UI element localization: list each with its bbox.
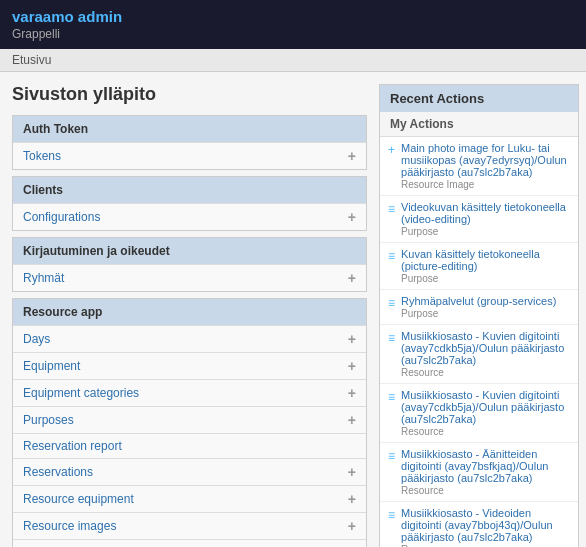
edit-action-icon: ≡ (388, 296, 395, 319)
action-item: ≡Ryhmäpalvelut (group-services)Purpose (380, 290, 578, 325)
sections-container: Auth TokenTokens+ClientsConfigurations+K… (12, 115, 367, 547)
section-header-auth-token: Auth Token (13, 116, 366, 142)
action-type: Purpose (401, 308, 556, 319)
add-icon[interactable]: + (348, 412, 356, 428)
action-item: +Main photo image for Luku- tai musiikop… (380, 137, 578, 196)
action-content: Musiikkiosasto - Kuvien digitointi (avay… (401, 330, 570, 378)
section-header-clients: Clients (13, 177, 366, 203)
list-item[interactable]: Ryhmät+ (13, 264, 366, 291)
action-link[interactable]: Musiikkiosasto - Äänitteiden digitointi … (401, 448, 570, 484)
action-link[interactable]: Musiikkiosasto - Kuvien digitointi (avay… (401, 330, 570, 366)
actions-container: +Main photo image for Luku- tai musiikop… (380, 137, 578, 547)
edit-action-icon: ≡ (388, 202, 395, 237)
action-type: Resource (401, 485, 570, 496)
add-icon[interactable]: + (348, 491, 356, 507)
action-item: ≡Musiikkiosasto - Kuvien digitointi (ava… (380, 325, 578, 384)
recent-actions-box: Recent Actions My Actions +Main photo im… (379, 84, 579, 547)
edit-action-icon: ≡ (388, 508, 395, 547)
header: varaamo admin Grappelli (0, 0, 586, 49)
action-link[interactable]: Kuvan käsittely tietokoneella (picture-e… (401, 248, 570, 272)
add-icon[interactable]: + (348, 270, 356, 286)
list-item[interactable]: Days+ (13, 325, 366, 352)
add-icon[interactable]: + (348, 464, 356, 480)
add-icon[interactable]: + (348, 331, 356, 347)
action-content: Musiikkiosasto - Videoiden digitointi (a… (401, 507, 570, 547)
item-label: Configurations (23, 210, 100, 224)
item-label: Equipment (23, 359, 80, 373)
action-link[interactable]: Musiikkiosasto - Kuvien digitointi (avay… (401, 389, 570, 425)
list-item[interactable]: Configurations+ (13, 203, 366, 230)
action-type: Purpose (401, 226, 570, 237)
action-link[interactable]: Ryhmäpalvelut (group-services) (401, 295, 556, 307)
item-label: Days (23, 332, 50, 346)
breadcrumb-link[interactable]: Etusivu (12, 53, 51, 67)
list-item[interactable]: Tokens+ (13, 142, 366, 169)
section-clients: ClientsConfigurations+ (12, 176, 367, 231)
action-item: ≡Musiikkiosasto - Äänitteiden digitointi… (380, 443, 578, 502)
item-label: Ryhmät (23, 271, 64, 285)
section-header-resource-app: Resource app (13, 299, 366, 325)
action-content: Kuvan käsittely tietokoneella (picture-e… (401, 248, 570, 284)
item-label: Reservations (23, 465, 93, 479)
list-item[interactable]: Resource types+ (13, 539, 366, 547)
action-content: Ryhmäpalvelut (group-services)Purpose (401, 295, 556, 319)
action-content: Musiikkiosasto - Äänitteiden digitointi … (401, 448, 570, 496)
action-link[interactable]: Musiikkiosasto - Videoiden digitointi (a… (401, 507, 570, 543)
action-item: ≡Kuvan käsittely tietokoneella (picture-… (380, 243, 578, 290)
recent-actions-title: Recent Actions (380, 85, 578, 112)
action-type: Resource (401, 367, 570, 378)
list-item[interactable]: Resource images+ (13, 512, 366, 539)
add-action-icon: + (388, 143, 395, 190)
edit-action-icon: ≡ (388, 249, 395, 284)
add-icon[interactable]: + (348, 358, 356, 374)
section-header-kirjautuminen: Kirjautuminen ja oikeudet (13, 238, 366, 264)
list-item[interactable]: Reservation report (13, 433, 366, 458)
action-link[interactable]: Videokuvan käsittely tietokoneella (vide… (401, 201, 570, 225)
list-item[interactable]: Purposes+ (13, 406, 366, 433)
edit-action-icon: ≡ (388, 390, 395, 437)
action-item: ≡Videokuvan käsittely tietokoneella (vid… (380, 196, 578, 243)
add-icon[interactable]: + (348, 148, 356, 164)
list-item[interactable]: Reservations+ (13, 458, 366, 485)
action-item: ≡Musiikkiosasto - Videoiden digitointi (… (380, 502, 578, 547)
item-label: Reservation report (23, 439, 122, 453)
grappelli-label: Grappelli (12, 27, 574, 41)
action-content: Videokuvan käsittely tietokoneella (vide… (401, 201, 570, 237)
action-type: Resource Image (401, 179, 570, 190)
add-icon[interactable]: + (348, 385, 356, 401)
left-panel: Sivuston ylläpito Auth TokenTokens+Clien… (12, 84, 367, 547)
edit-action-icon: ≡ (388, 331, 395, 378)
item-label: Purposes (23, 413, 74, 427)
site-title[interactable]: varaamo admin (12, 8, 574, 25)
right-panel: Recent Actions My Actions +Main photo im… (379, 84, 579, 547)
action-content: Main photo image for Luku- tai musiikopa… (401, 142, 570, 190)
action-link[interactable]: Main photo image for Luku- tai musiikopa… (401, 142, 570, 178)
action-item: ≡Musiikkiosasto - Kuvien digitointi (ava… (380, 384, 578, 443)
list-item[interactable]: Equipment+ (13, 352, 366, 379)
my-actions-label: My Actions (380, 112, 578, 137)
section-kirjautuminen: Kirjautuminen ja oikeudetRyhmät+ (12, 237, 367, 292)
item-label: Resource images (23, 519, 116, 533)
content-wrapper: Sivuston ylläpito Auth TokenTokens+Clien… (0, 72, 586, 547)
page-title: Sivuston ylläpito (12, 84, 367, 105)
list-item[interactable]: Resource equipment+ (13, 485, 366, 512)
section-auth-token: Auth TokenTokens+ (12, 115, 367, 170)
item-label: Resource equipment (23, 492, 134, 506)
section-resource-app: Resource appDays+Equipment+Equipment cat… (12, 298, 367, 547)
list-item[interactable]: Equipment categories+ (13, 379, 366, 406)
item-label: Equipment categories (23, 386, 139, 400)
edit-action-icon: ≡ (388, 449, 395, 496)
add-icon[interactable]: + (348, 518, 356, 534)
add-icon[interactable]: + (348, 209, 356, 225)
action-type: Purpose (401, 273, 570, 284)
action-type: Resource (401, 426, 570, 437)
action-content: Musiikkiosasto - Kuvien digitointi (avay… (401, 389, 570, 437)
item-label: Tokens (23, 149, 61, 163)
breadcrumb: Etusivu (0, 49, 586, 72)
